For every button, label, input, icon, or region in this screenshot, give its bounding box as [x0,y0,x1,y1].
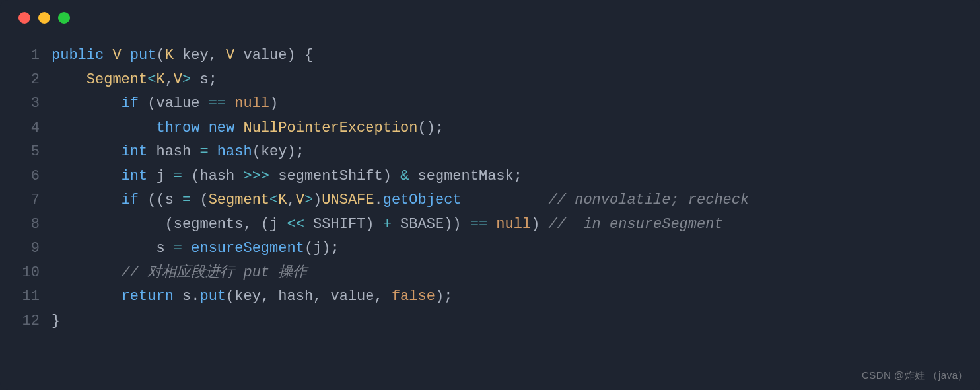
code-token: NullPointerException [243,120,417,136]
code-token: j [313,240,322,256]
code-line: 11 return s.put(key, hash, value, false)… [13,285,980,309]
code-token: segments [174,216,244,233]
code-token [52,120,156,136]
code-token: < [147,71,156,88]
line-number: 9 [13,237,52,261]
code-token: V [296,192,304,208]
code-token: , [261,288,269,305]
code-token [52,288,122,305]
code-token [139,95,147,112]
code-token: key, [174,47,226,63]
code-token: SSHIFT [304,216,365,233]
code-line: 4 throw new NullPointerException(); [13,116,980,141]
line-number: 1 [13,44,52,68]
code-token: segmentShift [269,168,383,184]
code-token: public [52,47,104,63]
code-line: 1public V put(K key, V value) { [13,44,980,68]
code-token: int [122,168,148,184]
code-token: , [287,192,295,208]
line-content: public V put(K key, V value) { [52,44,313,68]
code-token [226,95,234,112]
code-token: = [182,192,191,208]
code-token [52,95,122,112]
code-token: null [234,95,269,112]
code-token: >>> [243,168,269,184]
code-token: key [234,288,261,305]
code-token: V [174,71,182,88]
code-token: K [165,47,174,63]
code-line: 10 // 对相应段进行 put 操作 [13,261,980,286]
code-token: ) [287,47,295,63]
code-token: V [226,47,234,63]
code-token: ( [191,168,199,184]
code-token: segmentMask [409,168,513,184]
code-token [52,71,87,88]
code-token: ; [296,143,304,160]
window-maximize-icon[interactable] [58,12,70,24]
code-token [139,192,147,208]
code-token: new [209,120,235,136]
line-content: if (value == null) [52,92,278,116]
code-token: { [304,47,313,63]
code-token [462,216,470,233]
window-minimize-icon[interactable] [38,12,50,24]
line-number: 3 [13,92,52,116]
code-token [392,168,400,184]
line-content: s = ensureSegment(j); [52,237,339,261]
code-token [296,47,304,63]
code-token: value [234,47,287,63]
code-line: 12} [13,309,980,334]
code-token: false [392,288,435,305]
code-token: . [374,192,383,208]
code-token: return [122,288,174,305]
watermark-text: CSDN @炸娃 （java） [862,370,968,382]
code-token: // in ensureSegment [549,216,723,233]
code-token [209,143,217,160]
code-line: 3 if (value == null) [13,92,980,116]
code-token: = [199,143,208,160]
code-token: , [313,288,322,305]
code-line: 6 int j = (hash >>> segmentShift) & segm… [13,165,980,189]
code-editor[interactable]: 1public V put(K key, V value) {2 Segment… [0,44,980,333]
code-token: hash [217,143,252,160]
code-token: value [322,288,374,305]
code-token [199,120,208,136]
code-token: if [122,95,139,112]
code-token: getObject [383,192,462,208]
code-token: ensureSegment [191,240,304,256]
code-token: ) [531,216,540,233]
code-token: ) [365,216,374,233]
code-token: ) [322,240,330,256]
window-close-icon[interactable] [18,12,30,24]
code-token: j [269,216,287,233]
code-token [182,240,191,256]
code-token: () [418,120,435,136]
code-token: value [156,95,208,112]
code-token: s [156,240,173,256]
line-content: if ((s = (Segment<K,V>)UNSAFE.getObject … [52,188,749,213]
code-token: throw [156,120,199,136]
code-token: ( [147,95,156,112]
line-content: return s.put(key, hash, value, false); [52,285,452,309]
line-number: 10 [13,261,52,286]
code-token: , [165,71,174,88]
code-token: } [52,313,60,329]
code-token [104,47,112,63]
code-token [52,240,156,256]
line-number: 5 [13,140,52,165]
code-token: & [400,168,409,184]
line-content: Segment<K,V> s; [52,68,217,93]
code-token: ( [252,143,261,160]
code-token: Segment [87,71,147,88]
code-token [52,264,122,281]
code-token [52,192,122,208]
code-token: == [470,216,487,233]
code-token: > [304,192,313,208]
code-token: hash [269,288,313,305]
window-titlebar [0,12,980,24]
code-token: K [156,71,164,88]
code-token: j [147,168,174,184]
code-token: ; [209,71,217,88]
code-token: hash [199,168,243,184]
code-token [487,216,496,233]
